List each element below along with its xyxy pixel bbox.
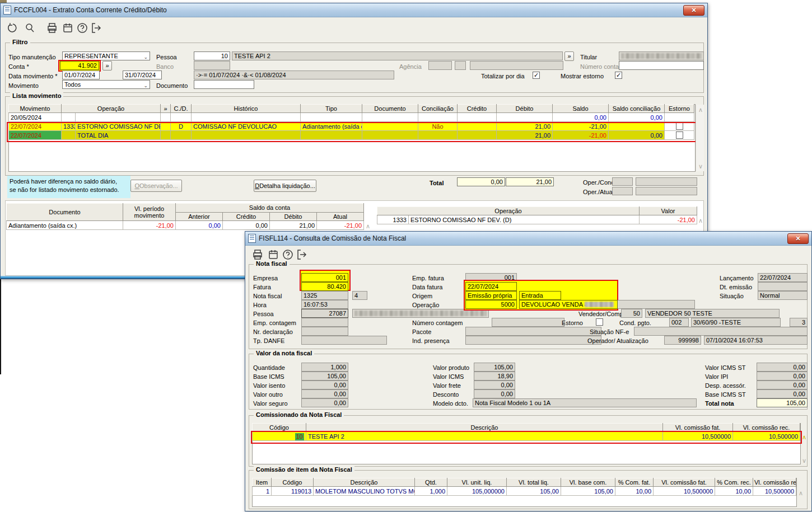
- desp-acessor-label: Desp. acessór.: [705, 382, 746, 389]
- calendar-icon[interactable]: [62, 22, 73, 34]
- col-vl-comissao-rec[interactable]: Vl. comissão rec.: [753, 478, 796, 487]
- col-vl-base-com[interactable]: Vl. base com.: [561, 478, 615, 487]
- col-vl-total-liq[interactable]: Vl. total liq.: [507, 478, 561, 487]
- data-movimento-label: Data movimento *: [8, 72, 57, 80]
- col-descricao[interactable]: Descrição: [314, 478, 415, 487]
- col-credito[interactable]: Crédito: [458, 105, 497, 113]
- col-debito[interactable]: Débito: [497, 105, 553, 113]
- col-vl-comissao-fat[interactable]: Vl. comissão fat.: [654, 478, 715, 487]
- scroll-down-icon[interactable]: ∨: [698, 163, 703, 169]
- col-expand-button[interactable]: »: [161, 105, 171, 113]
- scroll-up-icon[interactable]: ∧: [799, 490, 803, 496]
- table-row-highlighted[interactable]: 22/07/2024 1333 ESTORNO COMISSAO NF DEV.…: [9, 122, 694, 131]
- scroll-up-icon[interactable]: ∧: [698, 107, 703, 112]
- col-pct-com-rec[interactable]: % Com. rec.: [715, 478, 753, 487]
- lista-movimento-table[interactable]: Movimento Operação » C./D. Histórico Tip…: [8, 104, 694, 140]
- window1-titlebar[interactable]: FCCFL004 - Extrato Conta Corrente Crédit…: [1, 3, 707, 17]
- col-pct-com-fat[interactable]: % Com. fat.: [615, 478, 654, 487]
- help-icon[interactable]: [77, 22, 88, 34]
- observacao-button[interactable]: OObservação...: [130, 180, 182, 192]
- col-documento[interactable]: Documento: [362, 105, 418, 113]
- col-item[interactable]: Item: [253, 478, 272, 487]
- valor-icms-st-label: Valor ICMS ST: [705, 364, 746, 372]
- col-saldo[interactable]: Saldo: [553, 105, 609, 113]
- scroll-up-icon[interactable]: ∧: [366, 223, 370, 229]
- lista-scrollbar[interactable]: ∧ ∨: [696, 105, 704, 171]
- help-icon[interactable]: [282, 249, 293, 260]
- tipo-manutencao-select[interactable]: REPRESENTANTE⌄: [62, 51, 150, 60]
- table-row[interactable]: 20/05/2024 0,00 0,00: [9, 113, 694, 122]
- valor-produto-label: Valor produto: [433, 364, 469, 372]
- exit-icon[interactable]: [90, 22, 101, 34]
- operador-code-field: 999998: [664, 336, 701, 345]
- emp-contagem-label: Emp. contagem: [253, 319, 296, 327]
- col-codigo[interactable]: Código: [253, 424, 306, 432]
- col-descricao[interactable]: Descrição: [306, 424, 663, 432]
- valor-seguro-label: Valor seguro: [253, 400, 288, 407]
- table-row-highlighted[interactable]: 10 TESTE API 2 10,500000 10,500000: [253, 432, 800, 441]
- tipo-manutencao-label: Tipo manutenção: [8, 53, 56, 61]
- estorno-row-checkbox[interactable]: [676, 123, 683, 130]
- print-icon[interactable]: [46, 22, 58, 34]
- data-fatura-label: Data fatura: [412, 283, 442, 291]
- desconto-field: 0,00: [474, 389, 515, 398]
- col-cd[interactable]: C./D.: [171, 105, 192, 113]
- pessoa-label: Pessoa: [253, 310, 274, 318]
- col-conciliacao[interactable]: Conciliação: [418, 105, 458, 113]
- col-vl-comissao-fat[interactable]: Vl. comissão fat.: [663, 424, 733, 432]
- scroll-down-icon[interactable]: ∨: [802, 458, 806, 463]
- print-icon[interactable]: [252, 249, 263, 260]
- window1-close-button[interactable]: ✕: [683, 5, 704, 16]
- conta-expand-button[interactable]: »: [102, 61, 112, 71]
- window2-close-button[interactable]: ✕: [787, 233, 809, 244]
- cond-pgto-code-field: 002: [669, 318, 689, 327]
- mostrar-estorno-checkbox[interactable]: [615, 72, 622, 79]
- table-row[interactable]: 1333 ESTORNO COMISSAO NF DEV. (D) -21,00: [377, 215, 697, 224]
- window2-title: FISFL114 - Consulta de Comissão de Nota …: [259, 234, 406, 242]
- col-tipo[interactable]: Tipo: [301, 105, 362, 113]
- table-row-total-dia[interactable]: 22/07/2024 TOTAL DIA 21,00 -21,00 0,00: [9, 131, 694, 140]
- conta-label: Conta *: [8, 63, 29, 71]
- comissionado-table[interactable]: Código Descrição Vl. comissão fat. Vl. c…: [252, 423, 800, 441]
- operacao-code-field: 5000: [465, 300, 517, 309]
- quantidade-field: 1,000: [301, 363, 348, 372]
- totalizar-por-dia-checkbox[interactable]: [533, 72, 540, 79]
- col-historico[interactable]: Histórico: [192, 105, 301, 113]
- col-qtd[interactable]: Qtd.: [415, 478, 447, 487]
- col-vl-unit-liq[interactable]: Vl. unit. liq.: [447, 478, 507, 487]
- col-saldo-conc[interactable]: Saldo conciliação: [609, 105, 665, 113]
- hora-field: 16:07:53: [301, 300, 348, 309]
- origem-label: Origem: [412, 292, 432, 300]
- operacao-label: Operação: [412, 301, 439, 309]
- estorno-checkbox[interactable]: [596, 318, 603, 326]
- undo-icon[interactable]: [7, 22, 18, 34]
- data-ate-field[interactable]: 31/07/2024: [123, 71, 162, 79]
- estorno-row-checkbox[interactable]: [676, 131, 683, 139]
- exit-icon[interactable]: [296, 249, 307, 260]
- col-estorno[interactable]: Estorno: [665, 105, 694, 113]
- emp-contagem-field: [301, 318, 348, 327]
- pessoa-expand-button[interactable]: »: [564, 51, 574, 61]
- data-de-field[interactable]: 01/07/2024: [62, 71, 100, 79]
- col-codigo[interactable]: Código: [272, 478, 314, 487]
- movimento-select[interactable]: Todos⌄: [62, 80, 150, 89]
- detalha-liquidacao-button[interactable]: DDetalha liquidação...: [254, 180, 316, 192]
- calendar-icon[interactable]: [268, 249, 279, 260]
- numero-conta-field[interactable]: [619, 61, 704, 70]
- search-icon[interactable]: [24, 22, 35, 34]
- documento-field[interactable]: [194, 80, 254, 89]
- conta-field[interactable]: 41.902: [60, 61, 99, 70]
- table-row[interactable]: Adiantamento (saída cx.) -21,00 0,00 0,0…: [7, 221, 364, 230]
- banco-field: [194, 61, 230, 70]
- nota-serie-field: 4: [352, 291, 367, 300]
- scroll-up-icon[interactable]: ∧: [698, 218, 703, 223]
- window2-titlebar[interactable]: FISFL114 - Consulta de Comissão de Nota …: [245, 232, 811, 246]
- col-movimento[interactable]: Movimento: [9, 105, 62, 113]
- pessoa-code-field[interactable]: 10: [194, 51, 230, 60]
- scroll-up-icon[interactable]: ∧: [802, 434, 806, 440]
- col-operacao[interactable]: Operação: [62, 105, 161, 113]
- col-vl-comissao-rec[interactable]: Vl. comissão rec.: [733, 424, 800, 432]
- valor-outro-field: 0,00: [301, 389, 348, 398]
- comissao-item-table[interactable]: Item Código Descrição Qtd. Vl. unit. liq…: [252, 478, 796, 496]
- table-row[interactable]: 1 119013 MOLETOM MASCULINO TOTVS MODA 1,…: [253, 487, 796, 496]
